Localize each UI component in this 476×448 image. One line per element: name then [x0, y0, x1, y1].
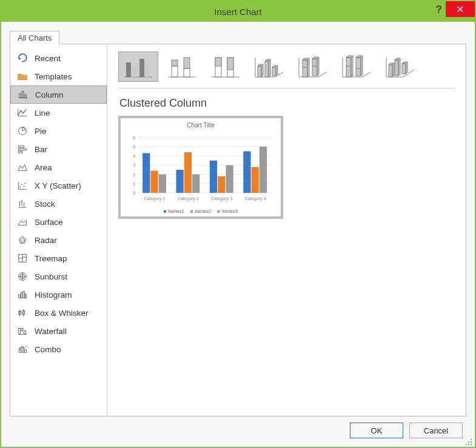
- sidebar-item-pie[interactable]: Pie: [10, 122, 107, 140]
- svg-rect-94: [159, 175, 166, 193]
- sidebar-item-label: Area: [35, 163, 52, 172]
- sidebar-item-recent[interactable]: Recent: [10, 49, 107, 67]
- svg-rect-51: [145, 65, 150, 77]
- sidebar-item-treemap[interactable]: Treemap: [10, 249, 107, 267]
- sidebar-item-column[interactable]: Column: [10, 85, 107, 104]
- percent-stacked-column-3d-icon: [340, 54, 373, 79]
- close-icon: [457, 6, 463, 12]
- svg-text:0: 0: [133, 191, 135, 196]
- column-3d-icon: [384, 54, 417, 79]
- subtype-3d-column[interactable]: [380, 52, 420, 82]
- area-icon: [16, 162, 28, 173]
- sidebar-item-surface[interactable]: Surface: [10, 213, 107, 231]
- svg-rect-50: [139, 59, 144, 77]
- waterfall-icon: [16, 326, 28, 336]
- sidebar-item-waterfall[interactable]: Waterfall: [10, 322, 107, 340]
- sidebar-item-label: Line: [35, 109, 50, 118]
- svg-rect-106: [260, 147, 267, 193]
- svg-text:4: 4: [133, 154, 135, 159]
- stacked-column-3d-icon: [297, 54, 329, 79]
- subtype-3d-100-stacked-column[interactable]: [337, 52, 377, 82]
- sidebar-item-templates[interactable]: Templates: [10, 67, 107, 85]
- sidebar-item-sunburst[interactable]: Sunburst: [10, 267, 107, 286]
- sidebar-item-label: Recent: [35, 54, 61, 63]
- ok-button[interactable]: OK: [350, 423, 403, 438]
- preview-plot: 0123456Category 1Category 2Category 3Cat…: [127, 131, 275, 207]
- insert-chart-dialog: Insert Chart ? All Charts Recent: [0, 0, 476, 448]
- histogram-icon: [16, 289, 28, 300]
- sidebar-item-label: Box & Whisker: [35, 309, 89, 318]
- resize-grip[interactable]: [465, 437, 472, 444]
- svg-rect-56: [184, 58, 190, 69]
- sidebar-item-combo[interactable]: Combo: [10, 340, 107, 358]
- help-icon[interactable]: ?: [436, 4, 442, 16]
- sidebar-item-scatter[interactable]: X Y (Scatter): [10, 176, 107, 195]
- svg-text:Category 2: Category 2: [178, 196, 199, 201]
- svg-line-66: [318, 72, 327, 77]
- box-whisker-icon: [16, 307, 28, 318]
- svg-point-12: [20, 187, 21, 188]
- svg-rect-93: [150, 171, 158, 193]
- svg-rect-32: [19, 295, 21, 298]
- chart-subtype-heading: Clustered Column: [119, 97, 455, 110]
- bar-icon: [16, 144, 28, 155]
- svg-rect-2: [25, 95, 27, 98]
- svg-text:Category 3: Category 3: [211, 196, 232, 201]
- sidebar-item-box-whisker[interactable]: Box & Whisker: [10, 304, 107, 322]
- svg-rect-59: [215, 58, 221, 66]
- sidebar-item-label: Surface: [35, 218, 63, 227]
- svg-text:6: 6: [133, 136, 135, 141]
- subtype-clustered-column[interactable]: [118, 52, 158, 82]
- svg-rect-61: [227, 58, 233, 70]
- combo-icon: [16, 344, 28, 355]
- svg-text:3: 3: [133, 163, 135, 168]
- tab-all-charts[interactable]: All Charts: [10, 31, 59, 44]
- chart-preview[interactable]: Chart Title 0123456Category 1Category 2C…: [118, 116, 283, 219]
- sidebar-item-label: Templates: [35, 72, 72, 81]
- svg-rect-41: [21, 329, 23, 332]
- sidebar-item-radar[interactable]: Radar: [10, 231, 107, 249]
- svg-rect-101: [218, 176, 225, 193]
- svg-rect-42: [24, 330, 26, 334]
- svg-line-71: [362, 72, 370, 77]
- sidebar-item-label: Histogram: [35, 290, 72, 299]
- sidebar-item-histogram[interactable]: Histogram: [10, 286, 107, 304]
- svg-rect-98: [192, 175, 199, 193]
- subtype-stacked-column[interactable]: [162, 52, 202, 82]
- subtype-3d-clustered-column[interactable]: [249, 52, 289, 82]
- svg-text:Category 4: Category 4: [245, 196, 266, 201]
- subtype-100-stacked-column[interactable]: [206, 52, 246, 82]
- svg-rect-7: [19, 146, 24, 148]
- sidebar-item-stock[interactable]: Stock: [10, 195, 107, 213]
- recent-icon: [16, 53, 28, 64]
- svg-rect-92: [142, 153, 150, 193]
- svg-rect-35: [25, 294, 27, 298]
- svg-rect-1: [22, 92, 24, 98]
- svg-text:Category 1: Category 1: [144, 196, 166, 201]
- clustered-column-3d-icon: [253, 54, 286, 79]
- tab-strip: All Charts: [10, 29, 466, 44]
- cancel-button[interactable]: Cancel: [409, 423, 463, 438]
- svg-rect-9: [19, 152, 22, 153]
- svg-rect-102: [226, 165, 233, 193]
- svg-rect-105: [252, 167, 259, 193]
- svg-rect-49: [132, 67, 136, 77]
- svg-rect-104: [243, 152, 250, 193]
- svg-rect-96: [176, 170, 183, 193]
- stacked-column-icon: [166, 54, 198, 79]
- svg-point-15: [25, 183, 26, 184]
- sidebar-item-label: Waterfall: [35, 327, 67, 336]
- svg-rect-33: [21, 292, 22, 298]
- titlebar: Insert Chart ?: [1, 1, 475, 22]
- sidebar-item-bar[interactable]: Bar: [10, 140, 107, 158]
- sidebar-item-line[interactable]: Line: [10, 104, 107, 122]
- close-button[interactable]: [446, 1, 475, 17]
- svg-rect-53: [172, 66, 178, 77]
- svg-point-108: [471, 444, 472, 445]
- svg-rect-0: [19, 93, 21, 98]
- sidebar-item-area[interactable]: Area: [10, 158, 107, 176]
- column-subtype-row: [118, 52, 455, 89]
- stock-icon: [16, 198, 28, 209]
- line-icon: [16, 107, 28, 118]
- subtype-3d-stacked-column[interactable]: [293, 52, 333, 82]
